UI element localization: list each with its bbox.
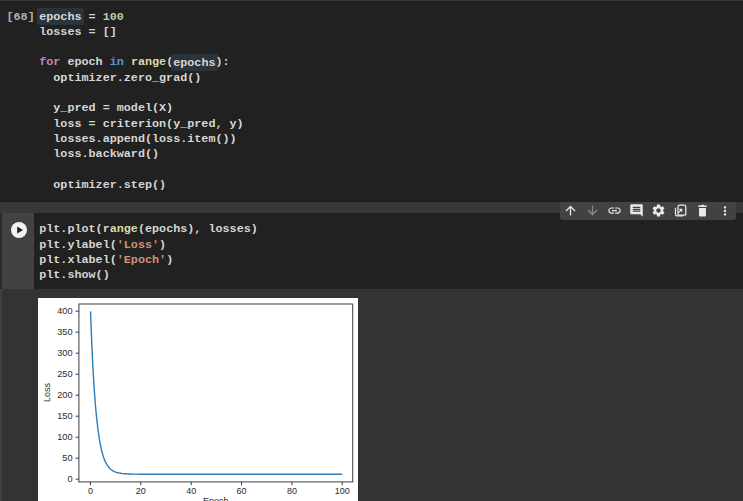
svg-text:400: 400	[57, 306, 72, 316]
svg-text:50: 50	[62, 453, 72, 463]
svg-text:20: 20	[136, 486, 146, 496]
svg-text:Epoch: Epoch	[203, 496, 229, 501]
svg-text:250: 250	[57, 369, 72, 379]
svg-text:60: 60	[236, 486, 246, 496]
svg-text:40: 40	[186, 486, 196, 496]
svg-text:350: 350	[57, 327, 72, 337]
svg-text:Loss: Loss	[41, 382, 51, 402]
svg-text:300: 300	[57, 348, 72, 358]
svg-text:100: 100	[334, 486, 349, 496]
svg-text:0: 0	[67, 474, 72, 484]
svg-text:100: 100	[57, 432, 72, 442]
svg-text:150: 150	[57, 411, 72, 421]
svg-text:0: 0	[88, 486, 93, 496]
svg-text:80: 80	[287, 486, 297, 496]
svg-text:200: 200	[57, 390, 72, 400]
